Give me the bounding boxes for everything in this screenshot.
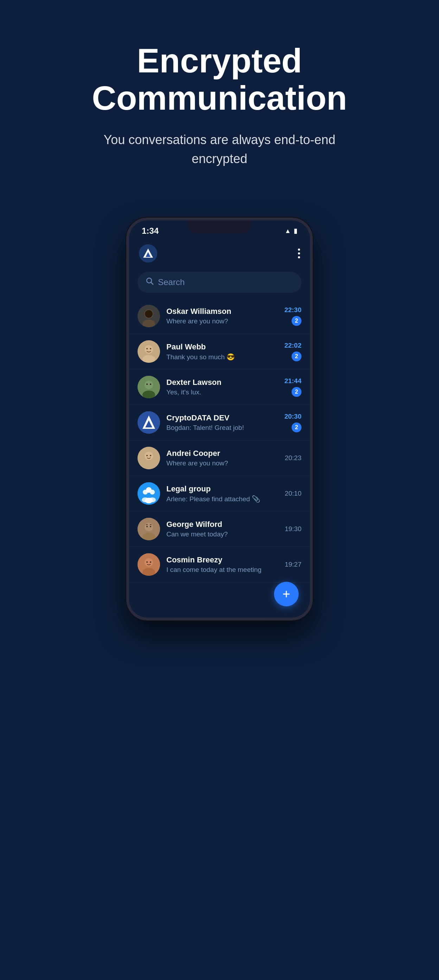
svg-rect-38 [146,524,148,525]
app-header [129,239,310,268]
svg-point-44 [150,562,151,563]
chat-content-paul: Paul Webb Thank you so much 😎 [166,342,278,361]
chat-content-dexter: Dexter Lawson Yes, it's lux. [166,378,278,396]
svg-line-3 [151,283,153,285]
chat-content-cosmin: Cosmin Breezy I can come today at the me… [166,555,278,574]
chat-time-george: 19:30 [284,525,302,533]
avatar-cosmin [137,553,160,576]
chat-item-dexter[interactable]: Dexter Lawson Yes, it's lux. 21:44 2 [129,369,310,405]
menu-dot-2 [298,252,300,255]
chat-name-paul: Paul Webb [166,342,278,352]
svg-point-43 [146,562,148,563]
phone-mockup: 1:34 ▲ ▮ [121,218,318,620]
chat-item-george[interactable]: George Wilford Can we meet today? 19:30 [129,511,310,547]
avatar-dexter [137,376,160,398]
avatar-cryptodata [137,411,160,434]
avatar-face-cosmin [137,553,160,576]
chat-meta-dexter: 21:44 2 [284,377,302,397]
chat-item-andrei[interactable]: Andrei Cooper Where are you now? 20:23 [129,441,310,476]
chat-time-legal: 20:10 [284,490,302,497]
phone-notch [188,220,251,233]
chat-time-paul: 22:02 [284,342,302,349]
avatar-george [137,518,160,540]
phone-screen: 1:34 ▲ ▮ [129,220,310,617]
chat-item-cosmin[interactable]: Cosmin Breezy I can come today at the me… [129,547,310,582]
logo-icon [142,248,154,259]
chat-name-oskar: Oskar Williamson [166,307,278,316]
chat-name-legal: Legal group [166,484,278,493]
svg-point-36 [146,526,148,527]
avatar-legal [137,482,160,505]
hero-subtitle: You conversations are always end-to-end … [96,130,343,169]
chat-time-andrei: 20:23 [284,454,302,462]
svg-point-14 [145,381,153,389]
chat-preview-dexter: Yes, it's lux. [166,388,278,396]
svg-point-34 [145,523,153,531]
svg-point-29 [146,487,152,493]
search-icon [146,277,154,287]
chat-item-oskar[interactable]: Oskar Williamson Where are you now? 22:3… [129,298,310,334]
chat-preview-cryptodata: Bogdan: Talent! Great job! [166,424,278,432]
wifi-icon: ▲ [284,228,291,235]
svg-point-12 [150,348,151,349]
chat-item-paul[interactable]: Paul Webb Thank you so much 😎 22:02 2 [129,334,310,369]
chat-list: Oskar Williamson Where are you now? 22:3… [129,298,310,582]
battery-icon: ▮ [294,227,297,235]
chat-meta-paul: 22:02 2 [284,342,302,361]
svg-point-11 [146,348,148,349]
avatar-face-george [137,518,160,540]
menu-dot-1 [298,248,300,251]
search-bar-wrapper: Search [129,268,310,298]
chat-time-cryptodata: 20:30 [284,413,302,420]
menu-dot-3 [298,256,300,258]
app-logo [139,244,157,262]
avatar-face-paul [137,340,160,363]
chat-preview-legal: Arlene: Please find attached 📎 [166,495,278,503]
menu-button[interactable] [298,248,300,258]
avatar-oskar [137,305,160,327]
status-icons: ▲ ▮ [284,227,297,235]
chat-time-cosmin: 19:27 [284,561,302,568]
svg-point-41 [145,558,153,566]
new-message-fab[interactable] [274,582,299,606]
chat-name-dexter: Dexter Lawson [166,378,278,387]
avatar-icon-legal [137,482,160,505]
chat-meta-cryptodata: 20:30 2 [284,413,302,432]
svg-point-24 [146,455,148,456]
unread-badge-dexter: 2 [292,387,302,397]
avatar-logo-cryptodata [137,411,160,434]
svg-point-9 [145,345,153,354]
chat-meta-legal: 20:10 [284,490,302,497]
unread-badge-oskar: 2 [292,316,302,326]
chat-name-cryptodata: CryptoDATA DEV [166,414,278,423]
chat-preview-oskar: Where are you now? [166,317,278,325]
svg-point-25 [150,455,151,456]
phone-outer: 1:34 ▲ ▮ [126,218,313,620]
status-time: 1:34 [142,226,159,236]
chat-content-george: George Wilford Can we meet today? [166,520,278,538]
avatar-face-oskar [137,305,160,327]
chat-item-legal[interactable]: Legal group Arlene: Please find attached… [129,476,310,511]
chat-item-cryptodata[interactable]: CryptoDATA DEV Bogdan: Talent! Great job… [129,405,310,441]
unread-badge-paul: 2 [292,352,302,361]
chat-time-oskar: 22:30 [284,306,302,314]
avatar-face-andrei [137,447,160,469]
avatar-paul [137,340,160,363]
chat-preview-andrei: Where are you now? [166,460,278,467]
chat-meta-cosmin: 19:27 [284,561,302,568]
avatar-andrei [137,447,160,469]
chat-name-cosmin: Cosmin Breezy [166,555,278,565]
svg-point-37 [150,526,151,527]
chat-content-oskar: Oskar Williamson Where are you now? [166,307,278,325]
hero-section: EncryptedCommunication You conversations… [0,0,439,196]
search-bar[interactable]: Search [137,272,302,293]
hero-title: EncryptedCommunication [92,42,347,116]
svg-point-32 [145,498,153,503]
avatar-face-dexter [137,376,160,398]
chat-time-dexter: 21:44 [284,377,302,385]
chat-name-george: George Wilford [166,520,278,529]
search-placeholder-text: Search [158,277,185,287]
chat-meta-george: 19:30 [284,525,302,533]
unread-badge-cryptodata: 2 [292,423,302,432]
chat-meta-andrei: 20:23 [284,454,302,462]
